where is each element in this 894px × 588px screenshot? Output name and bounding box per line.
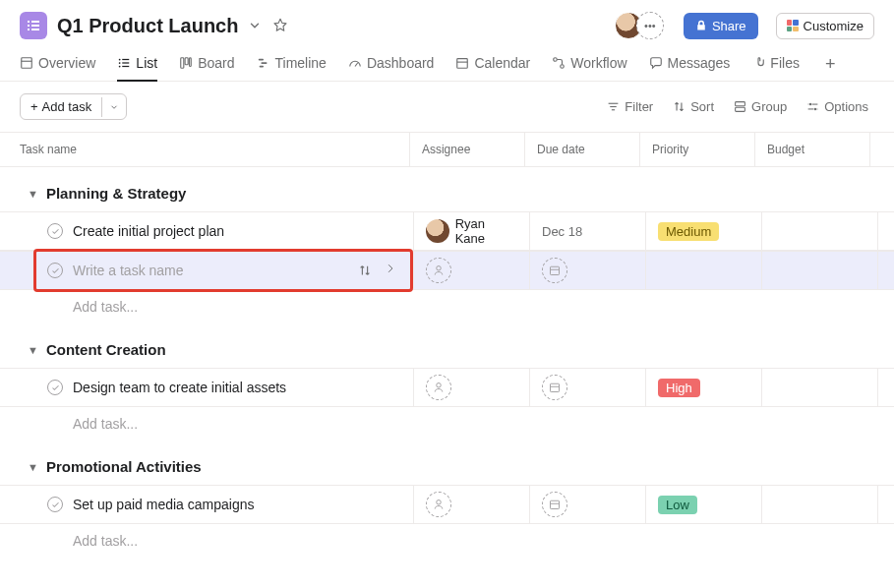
complete-toggle[interactable] bbox=[47, 380, 63, 395]
svg-rect-37 bbox=[551, 266, 560, 274]
tab-timeline[interactable]: Timeline bbox=[257, 47, 327, 81]
budget-cell[interactable] bbox=[761, 212, 877, 250]
svg-point-8 bbox=[119, 59, 121, 61]
section-promo: ▼ Promotional Activities Set up paid med… bbox=[0, 441, 894, 558]
list-toolbar: +Add task Filter Sort Group Options bbox=[0, 82, 894, 132]
task-row[interactable]: Design team to create initial assets Hig… bbox=[0, 368, 894, 407]
calendar-icon bbox=[455, 56, 469, 70]
svg-rect-3 bbox=[31, 25, 39, 27]
filter-button[interactable]: Filter bbox=[601, 95, 659, 118]
sort-button[interactable]: Sort bbox=[667, 95, 720, 118]
col-due[interactable]: Due date bbox=[524, 133, 639, 166]
add-task-button[interactable]: +Add task bbox=[20, 93, 127, 120]
svg-point-36 bbox=[437, 266, 442, 271]
avatar bbox=[426, 219, 449, 243]
priority-pill[interactable]: High bbox=[658, 379, 700, 397]
assign-placeholder-icon[interactable] bbox=[426, 492, 451, 517]
view-tabs: Overview List Board Timeline Dashboard C… bbox=[0, 47, 894, 82]
task-row[interactable]: Set up paid media campaigns Low bbox=[0, 485, 894, 524]
complete-toggle[interactable] bbox=[47, 497, 63, 512]
options-icon bbox=[806, 100, 819, 113]
budget-cell[interactable] bbox=[761, 486, 877, 523]
svg-rect-40 bbox=[551, 383, 560, 391]
date-placeholder-icon[interactable] bbox=[542, 375, 567, 400]
tab-overview[interactable]: Overview bbox=[20, 47, 95, 81]
svg-point-33 bbox=[814, 108, 816, 110]
svg-rect-19 bbox=[259, 66, 263, 68]
tab-board[interactable]: Board bbox=[179, 47, 234, 81]
add-task-inline[interactable]: Add task... bbox=[0, 407, 894, 441]
star-icon[interactable] bbox=[271, 17, 289, 34]
budget-cell[interactable] bbox=[761, 252, 877, 289]
dashboard-icon bbox=[348, 56, 362, 70]
priority-cell[interactable] bbox=[645, 252, 761, 289]
svg-point-10 bbox=[119, 62, 121, 64]
svg-rect-5 bbox=[31, 29, 39, 30]
priority-pill[interactable]: Low bbox=[658, 496, 697, 514]
svg-point-23 bbox=[554, 58, 558, 62]
section-planning: ▼ Planning & Strategy Create initial pro… bbox=[0, 167, 894, 323]
svg-rect-16 bbox=[190, 58, 192, 67]
complete-toggle[interactable] bbox=[47, 223, 63, 239]
add-tab-button[interactable]: + bbox=[821, 50, 840, 79]
member-avatars[interactable]: ••• bbox=[615, 12, 664, 39]
assign-placeholder-icon[interactable] bbox=[426, 258, 451, 283]
add-task-inline[interactable]: Add task... bbox=[0, 524, 894, 558]
assign-placeholder-icon[interactable] bbox=[426, 375, 451, 400]
svg-rect-11 bbox=[123, 62, 130, 63]
task-name-input[interactable]: Write a task name bbox=[73, 263, 184, 278]
tab-files[interactable]: Files bbox=[751, 47, 800, 81]
task-row[interactable]: Create initial project plan Ryan Kane De… bbox=[0, 211, 894, 251]
col-assignee[interactable]: Assignee bbox=[409, 133, 524, 166]
budget-cell[interactable] bbox=[761, 369, 877, 406]
customize-button[interactable]: Customize bbox=[776, 13, 874, 39]
project-title[interactable]: Q1 Product Launch bbox=[57, 15, 238, 37]
date-placeholder-icon[interactable] bbox=[542, 492, 567, 517]
tab-dashboard[interactable]: Dashboard bbox=[348, 47, 435, 81]
add-member-icon[interactable]: ••• bbox=[636, 12, 664, 39]
col-budget[interactable]: Budget bbox=[754, 133, 869, 166]
add-task-caret[interactable] bbox=[101, 97, 126, 117]
add-task-inline[interactable]: Add task... bbox=[0, 290, 894, 323]
section-header-content[interactable]: ▼ Content Creation bbox=[0, 323, 894, 368]
overview-icon bbox=[20, 56, 33, 70]
files-icon bbox=[751, 56, 765, 70]
tab-workflow[interactable]: Workflow bbox=[552, 47, 626, 81]
priority-pill[interactable]: Medium bbox=[658, 222, 719, 241]
share-button[interactable]: Share bbox=[684, 13, 758, 39]
col-task-name[interactable]: Task name bbox=[0, 133, 409, 166]
svg-rect-29 bbox=[736, 107, 745, 111]
section-header-promo[interactable]: ▼ Promotional Activities bbox=[0, 441, 894, 485]
section-header-planning[interactable]: ▼ Planning & Strategy bbox=[0, 167, 894, 211]
due-date[interactable]: Dec 18 bbox=[542, 224, 582, 239]
svg-rect-6 bbox=[22, 58, 32, 69]
tab-messages[interactable]: Messages bbox=[649, 47, 731, 81]
col-priority[interactable]: Priority bbox=[639, 133, 754, 166]
project-icon bbox=[20, 12, 47, 39]
chevron-down-icon: ▼ bbox=[28, 461, 38, 473]
options-button[interactable]: Options bbox=[801, 95, 874, 118]
group-button[interactable]: Group bbox=[728, 95, 793, 118]
date-placeholder-icon[interactable] bbox=[542, 258, 567, 283]
svg-rect-4 bbox=[28, 29, 30, 30]
svg-rect-13 bbox=[123, 66, 130, 67]
assignee-cell[interactable]: Ryan Kane bbox=[426, 216, 517, 246]
new-task-row[interactable]: ⋮⋮ Write a task name bbox=[0, 251, 894, 290]
move-icon[interactable] bbox=[358, 264, 372, 277]
svg-rect-14 bbox=[181, 58, 184, 69]
tab-calendar[interactable]: Calendar bbox=[455, 47, 530, 81]
svg-rect-21 bbox=[457, 59, 468, 69]
list-icon bbox=[117, 56, 131, 70]
open-details-icon[interactable] bbox=[386, 264, 395, 277]
chevron-down-icon: ▼ bbox=[28, 344, 38, 356]
workflow-icon bbox=[552, 56, 566, 70]
svg-point-42 bbox=[437, 500, 442, 505]
messages-icon bbox=[649, 56, 663, 70]
col-extra[interactable] bbox=[869, 133, 894, 166]
svg-rect-43 bbox=[551, 500, 560, 508]
group-icon bbox=[734, 100, 746, 113]
tab-list[interactable]: List bbox=[117, 47, 157, 81]
complete-toggle[interactable] bbox=[47, 263, 63, 278]
plus-icon: + bbox=[30, 99, 38, 114]
project-menu-caret[interactable] bbox=[248, 19, 262, 32]
